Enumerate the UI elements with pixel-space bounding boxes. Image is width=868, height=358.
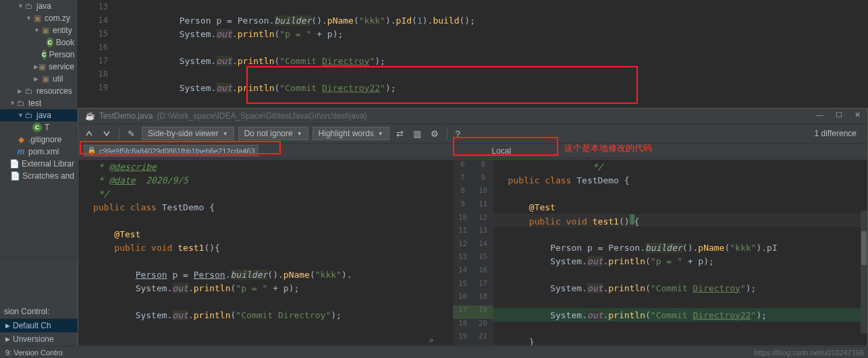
diff-code-line[interactable]: System.out.println("Commit Directroy");: [500, 283, 757, 293]
tree-item-resources[interactable]: ▶🗀resources: [0, 85, 77, 97]
tree-item-com-zy[interactable]: ▼▣com.zy: [0, 12, 77, 24]
lock-icon: 🔒: [87, 146, 97, 155]
tree-arrow-icon: ▼: [26, 15, 32, 22]
tree-label: service: [49, 62, 74, 71]
collapse-button[interactable]: ⇄: [394, 127, 406, 140]
tree-label: .gitignore: [28, 135, 61, 144]
sync-scroll-button[interactable]: ▥: [410, 127, 424, 140]
tree-item--gitignore[interactable]: ◆.gitignore: [0, 133, 77, 146]
tree-label: T: [45, 123, 49, 132]
tree-label: Book: [56, 38, 74, 47]
diff-code-line[interactable]: }: [500, 337, 535, 346]
scrollbar[interactable]: [861, 211, 867, 333]
highlight-dropdown[interactable]: Highlight words▼: [313, 127, 389, 140]
diff-code-line[interactable]: @Test: [85, 229, 140, 239]
tree-item-util[interactable]: ▶▣util: [0, 73, 77, 85]
left-line-num: 16: [453, 292, 473, 305]
main-editor[interactable]: 13 14 Person p = Person.builder().pName(…: [78, 0, 868, 108]
tree-item-person[interactable]: CPerson: [0, 49, 77, 61]
right-line-num: 19: [473, 305, 493, 319]
tree-item-scratches-and[interactable]: 📄Scratches and: [0, 170, 77, 182]
folder-icon: 🗀: [24, 111, 34, 120]
tree-arrow-icon: ▶: [34, 76, 40, 82]
diff-code-line[interactable]: @Test: [500, 202, 555, 212]
diff-code-line[interactable]: * @describe: [85, 162, 157, 172]
right-line-num: 11: [473, 200, 493, 213]
code-line[interactable]: [124, 42, 180, 53]
right-line-num: 12: [473, 213, 493, 227]
diff-code-line[interactable]: */: [85, 189, 109, 199]
ignore-dropdown[interactable]: Do not ignore▼: [238, 127, 308, 140]
scrollbar-thumb[interactable]: [861, 231, 867, 265]
diff-left-header: 🔒 c99e9f5fc8a84029d0861fbb1faeb6e212cda4…: [78, 144, 473, 158]
watermark-url: https://blog.csdn.net/u010247166: [754, 349, 864, 357]
diff-code-line[interactable]: Person p = Person.builder().pName("kkk")…: [500, 243, 778, 253]
line-number: 15: [78, 29, 118, 38]
help-button[interactable]: ?: [453, 127, 463, 140]
code-line[interactable]: System.out.println("p = " + p);: [124, 29, 343, 39]
diff-left-pane[interactable]: * @describe * @date 2020/9/5 */public cl…: [78, 160, 453, 345]
file-icon: 📄: [9, 159, 19, 169]
tree-label: test: [28, 98, 41, 108]
right-line-num: 18: [473, 292, 493, 305]
code-line[interactable]: [124, 69, 180, 80]
tree-item-entity[interactable]: ▼▣entity: [0, 24, 77, 36]
close-button[interactable]: ✕: [855, 111, 861, 119]
line-number: 16: [78, 42, 118, 52]
version-control-panel[interactable]: sion Control: ▶Default Ch▶Unversione: [0, 257, 78, 346]
diff-code-line[interactable]: */: [500, 162, 603, 172]
diff-right-pane[interactable]: */public class TestDemo { @Test public v…: [493, 160, 868, 345]
diff-code-line[interactable]: Person p = Person.builder().pName("kkk")…: [85, 270, 352, 280]
code-line[interactable]: Person p = Person.builder().pName("kkk")…: [124, 16, 475, 26]
edit-button[interactable]: ✎: [125, 127, 138, 140]
tree-item-java[interactable]: ▼🗀java: [0, 109, 77, 121]
tree-item-book[interactable]: CBook: [0, 36, 77, 49]
tree-label: Person: [49, 50, 75, 59]
diff-code-line[interactable]: public void test1(){: [85, 243, 220, 253]
diff-code-line[interactable]: System.out.println("p = " + p);: [85, 283, 299, 293]
vc-changelist-item[interactable]: ▶Unversione: [0, 332, 78, 346]
next-diff-button[interactable]: [100, 128, 113, 139]
left-line-num: 12: [453, 239, 473, 253]
diff-code-line[interactable]: public class TestDemo {: [85, 202, 215, 212]
code-line[interactable]: System.out.println("Commit Directroy");: [124, 56, 385, 66]
expand-icon[interactable]: »: [429, 336, 433, 344]
tree-label: resources: [36, 86, 72, 96]
tree-item-java[interactable]: ▼🗀java: [0, 0, 77, 12]
tree-arrow-icon: ▼: [34, 27, 40, 34]
minimize-button[interactable]: —: [816, 111, 823, 119]
git-icon: ◆: [16, 135, 26, 144]
left-revision-hash: c99e9f5fc8a84029d0861fbb1faeb6e212cda463: [99, 147, 255, 155]
status-bar-tab[interactable]: 9: Version Contro: [5, 349, 63, 357]
tree-item-test[interactable]: ▼🗀test: [0, 97, 77, 109]
diff-code-line[interactable]: public class TestDemo {: [500, 175, 630, 185]
left-line-num: 8: [453, 186, 473, 200]
left-line-num: 14: [453, 266, 473, 279]
diff-code-line[interactable]: System.out.println("Commit Directroy");: [85, 310, 342, 320]
package-icon: ▣: [40, 26, 50, 35]
code-line[interactable]: [124, 2, 180, 12]
settings-button[interactable]: ⚙: [428, 127, 441, 140]
java-file-icon: ☕: [85, 111, 95, 121]
tree-item-external-librar[interactable]: 📄External Librar: [0, 158, 77, 170]
diff-code-line[interactable]: System.out.println("p = " + p);: [500, 256, 714, 266]
diff-title-bar[interactable]: ☕ TestDemo.java (D:\Work_space\IDEA_Spac…: [78, 109, 867, 124]
tree-label: pom.xml: [28, 147, 59, 156]
diff-code-line[interactable]: System.out.println("Commit Directroy22")…: [500, 310, 767, 320]
code-line[interactable]: System.out.println("Commit Directroy22")…: [124, 83, 396, 93]
prev-diff-button[interactable]: [82, 128, 96, 139]
right-line-num: 10: [473, 186, 493, 200]
maximize-button[interactable]: ☐: [836, 111, 842, 119]
diff-code-line[interactable]: * @date 2020/9/5: [85, 175, 188, 185]
tree-item-service[interactable]: ▶▣service: [0, 61, 77, 73]
tree-item-t[interactable]: CT: [0, 121, 77, 133]
right-line-num: 9: [473, 173, 493, 187]
tree-item-pom-xml[interactable]: mpom.xml: [0, 146, 77, 158]
diff-code-line[interactable]: public void test1(){: [500, 214, 640, 227]
right-line-num: 13: [473, 226, 493, 239]
vc-changelist-item[interactable]: ▶Default Ch: [0, 319, 78, 332]
diff-viewer-popup: ☕ TestDemo.java (D:\Work_space\IDEA_Spac…: [78, 108, 868, 358]
file-icon: 📄: [10, 171, 20, 181]
viewer-mode-dropdown[interactable]: Side-by-side viewer▼: [142, 127, 234, 140]
left-line-num: 6: [453, 160, 473, 173]
